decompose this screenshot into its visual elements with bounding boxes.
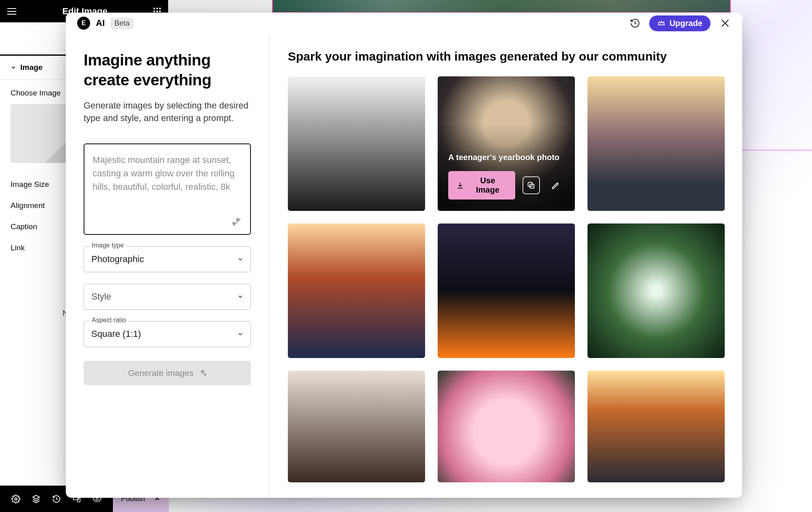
prompt-textarea[interactable]	[93, 153, 242, 214]
image-type-select[interactable]: Photographic	[84, 246, 251, 272]
gallery-card[interactable]	[438, 223, 575, 358]
image-type-select-wrap: Image type Photographic	[84, 246, 251, 272]
choose-image-label: Choose Image	[11, 89, 61, 98]
ai-modal: E AI Beta Upgrade Imagine anything creat…	[66, 13, 742, 498]
menu-icon[interactable]	[7, 8, 16, 15]
left-title: Imagine anything create everything	[84, 50, 251, 90]
enhance-wand-icon[interactable]	[231, 216, 243, 228]
generate-button[interactable]: Generate images	[84, 361, 251, 385]
crown-icon	[657, 19, 665, 27]
left-description: Generate images by selecting the desired…	[84, 99, 251, 125]
download-icon	[456, 181, 464, 189]
svg-point-4	[96, 498, 98, 500]
modal-header-actions: Upgrade	[630, 15, 731, 31]
use-image-button[interactable]: Use Image	[448, 171, 515, 200]
layers-icon[interactable]	[32, 495, 41, 503]
gallery-card[interactable]	[587, 371, 725, 482]
gallery-grid: A teenager's yearbook photo Use Image	[288, 76, 723, 358]
image-type-label: Image type	[89, 242, 126, 249]
card-prompt-text: A teenager's yearbook photo	[448, 153, 564, 162]
gallery-card[interactable]	[587, 223, 725, 358]
alignment-label: Alignment	[11, 201, 45, 210]
modal-left-panel: Imagine anything create everything Gener…	[66, 34, 269, 498]
brand-ai-label: AI	[96, 18, 105, 28]
history-icon[interactable]	[630, 18, 640, 28]
upgrade-button[interactable]: Upgrade	[649, 15, 710, 31]
style-select-wrap: Style	[84, 284, 251, 310]
sparkle-icon	[199, 369, 207, 377]
modal-right-panel: Spark your imagination with images gener…	[269, 34, 742, 498]
aspect-select-wrap: Aspect ratio Square (1:1)	[84, 321, 251, 347]
prompt-field-wrapper	[84, 143, 251, 235]
aspect-select[interactable]: Square (1:1)	[84, 321, 251, 347]
modal-body: Imagine anything create everything Gener…	[66, 34, 742, 498]
modal-brand: E AI Beta	[77, 17, 134, 30]
gear-icon[interactable]	[11, 495, 20, 503]
image-size-label: Image Size	[11, 180, 49, 189]
gallery-title: Spark your imagination with images gener…	[288, 50, 723, 63]
upgrade-label: Upgrade	[669, 19, 702, 28]
history-icon[interactable]	[52, 495, 61, 503]
generate-label: Generate images	[128, 368, 193, 378]
use-image-label: Use Image	[468, 176, 507, 195]
aspect-label: Aspect ratio	[89, 317, 128, 324]
card-actions: Use Image	[448, 171, 564, 200]
gallery-card[interactable]	[587, 76, 725, 211]
copy-icon	[527, 181, 536, 190]
link-label: Link	[11, 243, 25, 252]
pencil-icon	[551, 181, 560, 190]
gallery-card[interactable]	[288, 371, 425, 482]
gallery-card-hovered[interactable]: A teenager's yearbook photo Use Image	[438, 76, 575, 211]
edit-button[interactable]	[547, 176, 564, 194]
section-image-label: Image	[20, 63, 43, 72]
elementor-logo-icon: E	[77, 17, 90, 30]
gallery-grid-row	[288, 371, 723, 482]
style-select[interactable]: Style	[84, 284, 251, 310]
card-overlay: A teenager's yearbook photo Use Image	[438, 76, 575, 211]
caption-label: Caption	[11, 222, 37, 231]
gallery-card[interactable]	[288, 223, 425, 358]
beta-badge: Beta	[110, 17, 134, 29]
svg-point-1	[15, 498, 17, 500]
canvas-selected-widget[interactable]	[272, 0, 731, 13]
gallery-card[interactable]	[438, 371, 575, 482]
modal-header: E AI Beta Upgrade	[66, 13, 742, 34]
close-icon[interactable]	[719, 17, 731, 29]
caret-down-icon	[11, 65, 16, 70]
copy-button[interactable]	[523, 176, 540, 194]
gallery-card[interactable]	[288, 76, 425, 211]
